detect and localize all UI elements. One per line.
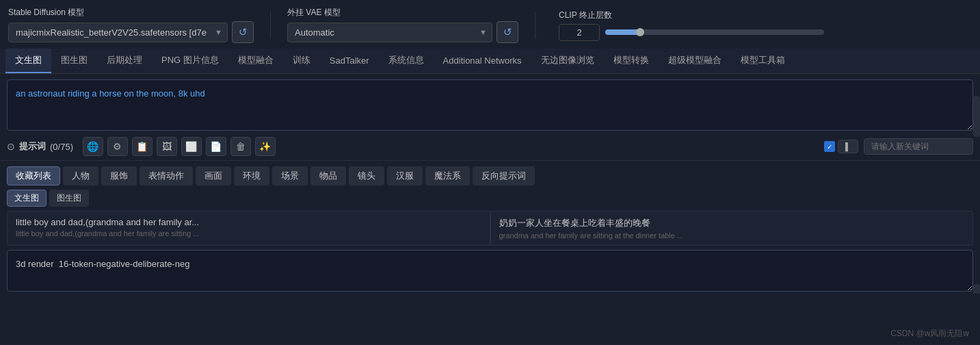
top-bar: Stable Diffusion 模型 majicmixRealistic_be… [0,0,980,49]
cat-tab-lens[interactable]: 镜头 [349,166,384,186]
sd-model-group: Stable Diffusion 模型 majicmixRealistic_be… [8,7,254,43]
negative-prompt-section: 3d render 16-token-negative-deliberate-n… [0,246,980,294]
vae-model-group: 外挂 VAE 模型 Automatic ▼ ↺ [287,7,518,43]
vae-model-select[interactable]: Automatic [287,23,492,42]
clipboard-icon: 📋 [136,141,148,152]
toolbar-right: ✓ ▌ [824,138,973,155]
magic-icon: ✨ [259,141,271,152]
sub-tabs: 文生图 图生图 [7,190,973,207]
preset-cards: little boy and dad,(grandma and her fami… [7,211,973,246]
preset-card-1[interactable]: 奶奶一家人坐在餐桌上吃着丰盛的晚餐 grandma and her family… [490,211,974,246]
sd-model-select[interactable]: majicmixRealistic_betterV2V25.safetensor… [8,23,228,42]
divider-1 [270,12,271,39]
tab-model-convert[interactable]: 模型转换 [604,49,659,73]
clip-slider-thumb [636,28,644,36]
cat-tab-clothing[interactable]: 服饰 [101,166,137,186]
sd-model-select-wrapper[interactable]: majicmixRealistic_betterV2V25.safetensor… [8,23,228,42]
cat-tab-favorites[interactable]: 收藏列表 [7,166,60,186]
vae-select-wrapper[interactable]: Automatic ▼ [287,23,492,42]
tab-sadtalker[interactable]: SadTalker [320,50,379,73]
negative-prompt-textarea[interactable]: 3d render 16-token-negative-deliberate-n… [7,250,973,292]
keyword-toggle[interactable]: ▌ [838,140,858,153]
globe-icon: 🌐 [87,141,98,152]
clip-slider-track[interactable] [605,29,824,35]
keyword-checkbox[interactable]: ✓ ▌ [824,140,858,153]
tab-model-merge[interactable]: 模型融合 [228,49,283,73]
tab-infinite-browse[interactable]: 无边图像浏览 [531,49,604,73]
clipboard-button[interactable]: 📋 [132,137,153,156]
right-scrollbar-2[interactable] [973,284,980,294]
tab-postprocess[interactable]: 后期处理 [97,49,152,73]
prompt-info: ⊙ 提示词 (0/75) [7,140,73,153]
category-tabs: 收藏列表 人物 服饰 表情动作 画面 环境 场景 物品 镜头 汉服 魔法系 反向… [7,166,973,186]
clip-label: CLIP 终止层数 [559,10,824,21]
magic-button[interactable]: ✨ [255,137,276,156]
preset-card-1-subtitle: grandma and her family are sitting at th… [499,231,965,240]
image-icon: 🖼 [162,141,172,152]
expand-icon[interactable]: ⊙ [7,141,15,152]
tabs-bar: 文生图 图生图 后期处理 PNG 图片信息 模型融合 训练 SadTalker … [0,49,980,74]
clip-group: CLIP 终止层数 2 [559,10,824,41]
category-section: 收藏列表 人物 服饰 表情动作 画面 环境 场景 物品 镜头 汉服 魔法系 反向… [0,161,980,246]
right-scrollbar-1[interactable] [973,96,980,137]
sd-refresh-icon: ↺ [239,26,248,38]
cat-tab-scene[interactable]: 画面 [196,166,231,186]
toolbar-icons: 🌐 ⚙ 📋 🖼 ⬜ 📄 🗑 [83,137,276,156]
preset-card-0[interactable]: little boy and dad,(grandma and her fami… [7,211,490,246]
main-content: an astronaut riding a horse on the moon,… [0,74,980,294]
box-icon: ⬜ [185,141,197,152]
tab-img2img[interactable]: 图生图 [51,49,97,73]
cat-tab-person[interactable]: 人物 [63,166,98,186]
tab-additional-networks[interactable]: Additional Networks [434,50,531,73]
cat-tab-landscape[interactable]: 场景 [272,166,308,186]
cat-tab-magic[interactable]: 魔法系 [425,166,470,186]
sd-model-label: Stable Diffusion 模型 [8,7,254,18]
tab-model-toolkit[interactable]: 模型工具箱 [731,49,795,73]
box-button[interactable]: ⬜ [181,137,202,156]
copy-button[interactable]: 📄 [206,137,226,156]
prompt-toolbar: ⊙ 提示词 (0/75) 🌐 ⚙ 📋 🖼 [0,133,980,161]
sub-tab-txt2img[interactable]: 文生图 [7,190,47,207]
sd-model-refresh-button[interactable]: ↺ [232,21,254,43]
vae-refresh-icon: ↺ [503,26,512,38]
clip-value[interactable]: 2 [559,24,600,41]
copy-icon: 📄 [210,141,222,152]
image-button[interactable]: 🖼 [157,137,177,156]
cat-tab-hanfu[interactable]: 汉服 [387,166,423,186]
divider-2 [535,12,535,39]
keyword-checkbox-icon[interactable]: ✓ [824,141,835,152]
positive-prompt-section: an astronaut riding a horse on the moon,… [0,74,980,133]
keyword-input[interactable] [864,138,973,155]
sub-tab-img2img[interactable]: 图生图 [49,190,89,207]
cat-tab-expression[interactable]: 表情动作 [140,166,193,186]
prompt-count: (0/75) [50,142,73,152]
preset-card-0-title: little boy and dad,(grandma and her fami… [16,217,481,227]
cat-tab-negative[interactable]: 反向提示词 [473,166,535,186]
trash-icon: 🗑 [236,141,246,152]
vae-model-label: 外挂 VAE 模型 [287,7,518,18]
clip-slider-fill [605,29,638,35]
tab-system-info[interactable]: 系统信息 [379,49,434,73]
cat-tab-environment[interactable]: 环境 [234,166,269,186]
clip-slider-container [605,29,824,35]
tab-txt2img[interactable]: 文生图 [5,49,51,73]
preset-card-1-title: 奶奶一家人坐在餐桌上吃着丰盛的晚餐 [499,217,965,229]
gear-icon: ⚙ [113,141,122,152]
gear-button[interactable]: ⚙ [107,137,128,156]
tab-png-info[interactable]: PNG 图片信息 [152,49,228,73]
trash-button[interactable]: 🗑 [230,137,251,156]
tab-train[interactable]: 训练 [283,49,320,73]
preset-card-0-subtitle: little boy and dad,(grandma and her fami… [16,229,481,238]
tab-super-merge[interactable]: 超级模型融合 [659,49,731,73]
vae-refresh-button[interactable]: ↺ [496,21,518,43]
prompt-label: 提示词 [19,140,46,153]
globe-button[interactable]: 🌐 [83,137,103,156]
positive-prompt-textarea[interactable]: an astronaut riding a horse on the moon,… [7,79,973,131]
cat-tab-items[interactable]: 物品 [310,166,346,186]
